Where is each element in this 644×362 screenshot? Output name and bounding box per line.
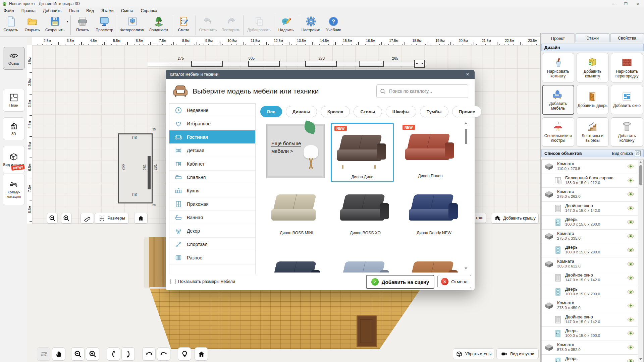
list-item-room[interactable]: Комната275.0 x 335.0 [542, 230, 643, 244]
plan-door-symbol[interactable] [414, 60, 425, 68]
add-column-button[interactable]: Добавить колонну [611, 117, 643, 147]
menu-edit[interactable]: Правка [18, 8, 39, 13]
list-item-double-window[interactable]: Двойное окно147.0 x 15.0 x 142.0 [542, 271, 643, 285]
product-sofa-polan[interactable]: NEW Диван Полан [400, 123, 461, 180]
visibility-eye-icon[interactable] [627, 262, 634, 266]
product-sofa-boss-xo[interactable]: Диван BOSS.XO [333, 186, 397, 237]
list-item-room[interactable]: Комната305.0 x 612.0 [542, 257, 643, 272]
rotate-right-button[interactable] [157, 347, 170, 361]
rotate-down-button[interactable] [121, 347, 135, 361]
scroll-down-arrow[interactable] [639, 358, 642, 360]
tab-project[interactable]: Проект [541, 34, 575, 43]
measure-ruler-button[interactable] [80, 213, 94, 224]
draw-partition-button[interactable]: Нарисовать перегородку [611, 53, 643, 82]
filter-armchairs[interactable]: Кресла [321, 106, 350, 117]
menu-file[interactable]: Файл [0, 8, 18, 13]
category-gym[interactable]: Спортзал [169, 238, 255, 251]
show-sizes-checkbox[interactable]: Показывать размеры мебели [170, 279, 235, 284]
list-item-room[interactable]: Комната573.0 x 352.0 [542, 341, 643, 355]
view-list-label[interactable]: Вид списка [612, 151, 633, 156]
menu-estimate[interactable]: Смета [117, 8, 137, 13]
category-kitchen[interactable]: Кухня [169, 184, 255, 197]
label-button[interactable]: Надпись [275, 14, 297, 37]
visibility-eye-icon[interactable] [627, 164, 634, 169]
tab-properties[interactable]: Свойства [610, 34, 644, 42]
filter-all[interactable]: Все [260, 106, 282, 117]
sidebar-item-plan[interactable]: План [3, 89, 25, 112]
visibility-eye-icon[interactable] [627, 331, 634, 336]
product-sofa[interactable] [402, 253, 466, 273]
list-item-room[interactable]: Комната110.0 x 273.5 [542, 160, 643, 174]
visibility-eye-icon[interactable] [627, 220, 634, 224]
zoom-in-3d-button[interactable] [86, 347, 99, 361]
add-roof-button[interactable]: Добавить крышу [491, 213, 539, 224]
tab-floors[interactable]: Этажи [576, 34, 609, 42]
add-room-button[interactable]: Добавить комнату [577, 53, 609, 82]
visibility-eye-icon[interactable] [627, 248, 634, 252]
sidebar-item-communications[interactable]: Комму-никации [3, 174, 25, 205]
list-item-door[interactable]: Дверь100.0 x 15.0 x 200.0 [542, 327, 643, 341]
category-living-room[interactable]: Гостиная [169, 130, 255, 144]
list-view-icon[interactable] [635, 150, 641, 156]
menu-view[interactable]: Вид [83, 8, 98, 13]
save-dropdown-arrow[interactable]: ▼ [66, 20, 69, 23]
sizes-toggle-button[interactable]: Размеры [95, 213, 129, 224]
filter-cabinets[interactable]: Тумбы [420, 106, 448, 117]
list-item-room[interactable]: Комната275.0 x 262.0 [542, 188, 643, 202]
list-item-door[interactable]: Дверь80.0 x 15.0 x 200.0 [542, 355, 643, 362]
lights-button[interactable]: Светильники и люстры [542, 117, 574, 147]
pan-hand-button[interactable] [52, 347, 65, 361]
menu-floors[interactable]: Этажи [98, 8, 117, 13]
visibility-eye-icon[interactable] [627, 359, 634, 362]
add-window-button[interactable]: Добавить окно [611, 85, 643, 114]
print-button[interactable]: Печать [72, 14, 93, 37]
filter-sofas[interactable]: Диваны [286, 106, 317, 117]
product-sofa-dins[interactable]: NEW Диван Динс [331, 123, 394, 182]
more-furniture-banner[interactable]: Ещё большемебели > [266, 124, 325, 178]
close-button[interactable]: ✕ [632, 0, 644, 7]
checkbox-box[interactable] [170, 279, 176, 284]
home-3d-button[interactable] [195, 347, 208, 361]
filter-other[interactable]: Прочее [452, 106, 482, 117]
menu-plan[interactable]: План [65, 8, 83, 13]
visibility-eye-icon[interactable] [627, 234, 634, 238]
visibility-eye-icon[interactable] [627, 206, 634, 210]
photorealism-button[interactable]: Фотореализм [118, 14, 147, 37]
menu-help[interactable]: Справка [137, 8, 161, 13]
zoom-out-3d-button[interactable] [71, 347, 85, 361]
list-item-room[interactable]: Комната273.0 x 450.0 [542, 299, 643, 313]
add-door-button[interactable]: Добавить дверь [577, 85, 609, 114]
plan-window[interactable] [305, 61, 337, 67]
plan-home-button[interactable] [134, 213, 148, 224]
tutorial-button[interactable]: ? Учебник [323, 14, 344, 37]
minimize-button[interactable]: — [608, 0, 620, 7]
visibility-eye-icon[interactable] [627, 317, 634, 322]
light-button[interactable] [178, 347, 191, 361]
scroll-thumb[interactable] [639, 165, 642, 185]
category-recent[interactable]: Недавние [169, 104, 255, 117]
list-item-door[interactable]: Дверь100.0 x 15.0 x 200.0 [542, 243, 643, 257]
view-inside-button[interactable]: Вид изнутри [496, 348, 539, 359]
sidebar-item-overview[interactable]: Обзор [3, 47, 25, 70]
visibility-eye-icon[interactable] [627, 303, 634, 308]
list-item-balcony-unit[interactable]: Балконный блок справа183.0 x 15.0 x 212.… [542, 174, 643, 188]
plan-wall[interactable] [148, 62, 426, 66]
plan-room-window[interactable] [148, 156, 151, 189]
plan-window[interactable] [191, 61, 223, 67]
visibility-eye-icon[interactable] [627, 290, 634, 294]
list-item-door[interactable]: Дверь100.0 x 15.0 x 200.0 [542, 216, 643, 230]
plan-window[interactable] [248, 61, 280, 67]
list-item-double-window[interactable]: Двойное окно147.0 x 15.0 x 142.0 [542, 313, 643, 327]
category-kids-room[interactable]: Детская [169, 144, 255, 157]
rotate-360-button[interactable]: 360 [37, 347, 50, 361]
save-button[interactable]: Сохранить [43, 14, 67, 32]
category-bedroom[interactable]: Спальня [169, 171, 255, 184]
new-project-button[interactable]: Создать [0, 14, 21, 37]
category-bathroom[interactable]: Ванная [169, 211, 255, 224]
rotate-left-button[interactable] [142, 347, 156, 361]
scroll-thumb[interactable] [465, 129, 467, 144]
add-to-scene-button[interactable]: ✓ Добавить на сцену [366, 275, 434, 289]
category-hallway[interactable]: Прихожая [169, 197, 255, 211]
remove-walls-button[interactable]: Убрать стены [453, 348, 494, 359]
visibility-eye-icon[interactable] [627, 192, 634, 196]
